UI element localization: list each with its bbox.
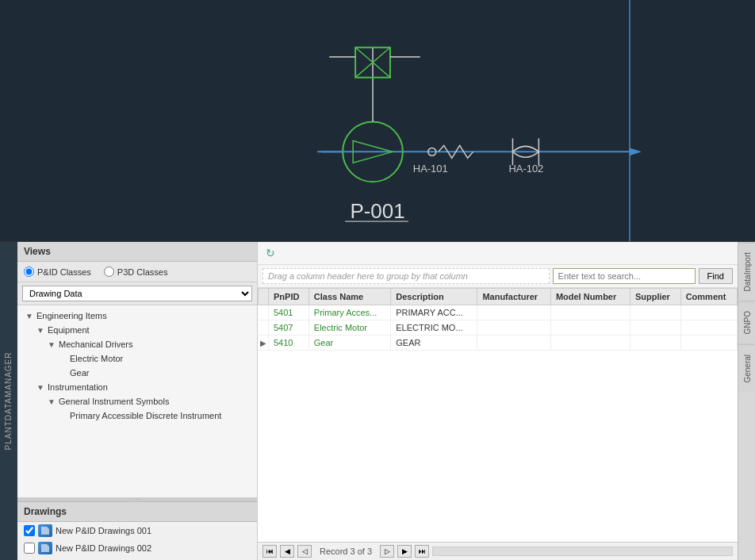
cell-comment-1 [680,305,737,320]
drawing-label-001: New P&ID Drawings 001 [56,526,151,535]
radio-p3d[interactable]: P3D Classes [104,267,168,277]
main-container: HA-101 HA-102 P-001 PLANTDATAMANAGER Vie… [0,0,755,560]
toolbar-row: ↻ [258,242,738,265]
cell-mfr-2 [477,320,551,336]
tree-row-equipment[interactable]: ▼ Equipment [17,324,257,336]
nav-prev-prev[interactable]: ◀ [280,545,294,558]
cell-mfr-1 [477,305,551,320]
tree-row-instrumentation[interactable]: ▼ Instrumentation [17,381,257,393]
tree-section: ▼ Engineering Items ▼ Equipment [17,305,257,497]
cell-desc-2: ELECTRIC MO... [391,320,477,336]
sidebar: PLANTDATAMANAGER Views P&ID Classes P3D … [0,242,258,560]
cell-supplier-2 [630,320,680,336]
right-tabs: DataImport GNPO General [738,242,755,560]
sidebar-content: Views P&ID Classes P3D Classes Draw [17,242,257,560]
tree-node-engineering-items: ▼ Engineering Items [17,309,257,323]
row-indicator-3: ▶ [259,336,269,351]
toggle-equipment: ▼ [36,326,48,335]
tree-row-primary-accessible[interactable]: Primary Accessible Discrete Instrument [17,409,257,422]
nav-last[interactable]: ⏭ [415,545,429,558]
tree-node-primary-accessible: Primary Accessible Discrete Instrument [17,408,257,423]
tree-row-electric-motor[interactable]: Electric Motor [17,352,257,365]
tree-node-electric-motor: Electric Motor [17,351,257,366]
tree-row-engineering-items[interactable]: ▼ Engineering Items [17,309,257,322]
toggle-engineering-items: ▼ [25,312,36,320]
cell-pnpid-2: 5407 [269,320,309,336]
radio-group: P&ID Classes P3D Classes [17,262,257,282]
drawing-label-002: New P&ID Drawings 002 [56,543,151,553]
drawings-section: Drawings New P&ID Drawings 001 New P&ID … [17,501,257,560]
table-header: PnPID Class Name Description Manufacture… [259,289,738,305]
cell-mfr-3 [477,336,551,351]
col-manufacturer[interactable]: Manufacturer [477,289,551,305]
toggle-mechanical-drivers: ▼ [48,340,59,349]
search-input[interactable] [553,268,696,284]
nav-next-next[interactable]: ▶ [397,545,412,558]
col-pnpid[interactable]: PnPID [269,289,309,305]
horizontal-scrollbar[interactable] [432,547,733,556]
view-dropdown[interactable]: Drawing Data Equipment Data Instrument D… [22,286,252,301]
col-indicator[interactable] [259,289,269,305]
nav-next[interactable]: ▷ [380,545,394,558]
row-indicator-2 [259,320,269,336]
col-comment[interactable]: Comment [680,289,737,305]
cell-pnpid-1: 5401 [269,305,309,320]
tree-row-mechanical-drivers[interactable]: ▼ Mechanical Drivers [17,338,257,351]
svg-text:HA-101: HA-101 [413,163,448,175]
records-table: PnPID Class Name Description Manufacture… [258,288,738,351]
col-model-number[interactable]: Model Number [550,289,630,305]
tree-row-gear[interactable]: Gear [17,366,257,379]
table-row[interactable]: ▶ 5410 Gear GEAR [259,336,738,351]
tab-dataimport[interactable]: DataImport [738,242,755,301]
find-button[interactable]: Find [699,268,733,284]
tree-node-mechanical-drivers: ▼ Mechanical Drivers [17,337,257,351]
table-body: 5401 Primary Acces... PRIMARY ACC... 540… [259,305,738,351]
cell-classname-1: Primary Acces... [309,305,390,320]
nav-first[interactable]: ⏮ [263,545,277,558]
tab-gnpo[interactable]: GNPO [738,301,755,343]
svg-text:P-001: P-001 [350,200,404,222]
radio-pid[interactable]: P&ID Classes [24,267,91,277]
bottom-panel: PLANTDATAMANAGER Views P&ID Classes P3D … [0,242,755,560]
cell-classname-3: Gear [309,336,390,351]
cell-comment-3 [680,336,737,351]
refresh-button[interactable]: ↻ [263,245,278,261]
cell-desc-1: PRIMARY ACC... [391,305,477,320]
table-row[interactable]: 5407 Electric Motor ELECTRIC MO... [259,320,738,336]
tab-general[interactable]: General [738,344,755,393]
cell-supplier-3 [630,336,680,351]
cell-supplier-1 [630,305,680,320]
toggle-general-instrument-symbols: ▼ [48,397,59,406]
views-header: Views [17,242,257,262]
col-description[interactable]: Description [391,289,477,305]
cell-model-2 [550,320,630,336]
status-bar: ⏮ ◀ ◁ Record 3 of 3 ▷ ▶ ⏭ [258,542,738,560]
cell-comment-2 [680,320,737,336]
drawing-item-002[interactable]: New P&ID Drawings 002 [17,539,257,557]
col-class-name[interactable]: Class Name [309,289,390,305]
cell-model-3 [550,336,630,351]
tree-node-instrumentation: ▼ Instrumentation [17,380,257,394]
toggle-instrumentation: ▼ [36,383,48,392]
row-indicator-1 [259,305,269,320]
tree-row-general-instrument-symbols[interactable]: ▼ General Instrument Symbols [17,395,257,408]
cell-pnpid-3: 5410 [269,336,309,351]
cell-desc-3: GEAR [391,336,477,351]
col-supplier[interactable]: Supplier [630,289,680,305]
drawing-area: HA-101 HA-102 P-001 [0,0,755,242]
main-content: ↻ Drag a column header here to group by … [258,242,738,560]
drawing-checkbox-001[interactable] [24,525,35,536]
drawing-icon-002 [38,542,52,554]
drawing-icon-001 [38,524,52,537]
nav-prev[interactable]: ◁ [297,545,312,558]
drawing-item-001[interactable]: New P&ID Drawings 001 [17,522,257,539]
cell-model-1 [550,305,630,320]
table-row[interactable]: 5401 Primary Acces... PRIMARY ACC... [259,305,738,320]
instrumentation-label: Instrumentation [48,382,108,392]
tree-node-gear: Gear [17,366,257,380]
drawing-checkbox-002[interactable] [24,543,35,554]
drawings-header: Drawings [17,502,257,522]
svg-text:HA-102: HA-102 [508,163,543,175]
record-info: Record 3 of 3 [320,547,372,556]
cell-classname-2: Electric Motor [309,320,390,336]
